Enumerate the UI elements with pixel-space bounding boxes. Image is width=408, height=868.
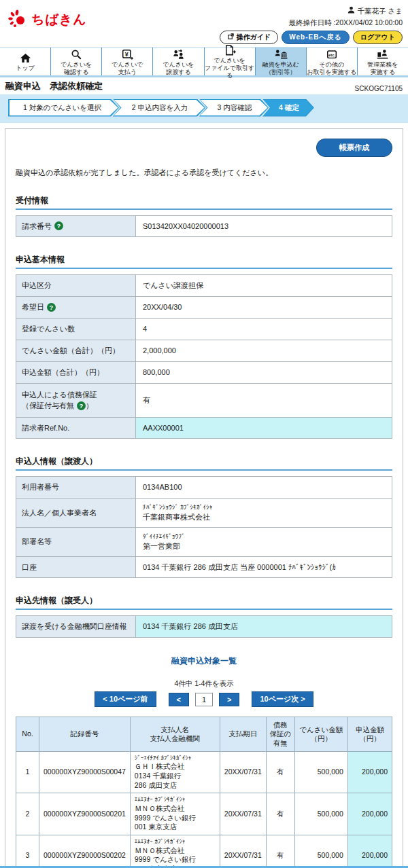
transferee-account-value: 0134 千葉銀行 286 成田支店 (136, 616, 392, 637)
col-payer: 支払人名支払人金融機関 (130, 717, 220, 751)
file-trade-icon (223, 44, 236, 56)
col-record-number: 記録番号 (39, 717, 131, 751)
apply-total-value: 800,000 (136, 362, 392, 383)
help-icon[interactable]: ? (77, 401, 86, 410)
row-densai-total: でんさい金額（合計）（円） 2,000,000 (16, 340, 392, 362)
nav-item-top[interactable]: トップ (0, 48, 50, 75)
row-hope-date: 希望日? 20XX/04/30 (16, 296, 392, 319)
row-apply-total: 申込金額（合計）（円） 800,000 (16, 361, 392, 384)
row-transferee-account: 譲渡を受ける金融機関口座情報 0134 千葉銀行 286 成田支店 (16, 615, 392, 638)
col-no: No. (16, 717, 39, 751)
densai-count-value: 4 (136, 319, 392, 340)
nav-item-other-trades[interactable]: etc. その他のお取引を実施する (306, 48, 357, 75)
svg-text:¥: ¥ (125, 50, 129, 57)
hope-date-value: 20XX/04/30 (136, 297, 392, 318)
main-nav: トップ でんさいを確認する ¥ でんさいで支払う でんさいを譲渡する でんさいを… (0, 47, 408, 77)
row-guarantee: 申込人による債務保証 （保証付与有無?） 有 (16, 383, 392, 418)
col-guarantee: 債務保証の有無 (266, 717, 294, 751)
step-indicator: 1 対象のでんさいを選択 2 申込内容を入力 3 内容確認 4 確定 (0, 94, 408, 123)
col-densai-amount: でんさい金額（円） (294, 717, 347, 751)
app-header: ちばきん 千葉花子 さま 最終操作日時 :20XX/04/02 10:00:00… (0, 0, 408, 47)
next-10-pages-button[interactable]: 10ページ次 > (252, 691, 313, 707)
help-icon[interactable]: ? (54, 221, 63, 230)
logout-button[interactable]: ログアウト (353, 31, 403, 44)
admin-icon (376, 48, 389, 60)
prev-page-button[interactable]: < (169, 693, 189, 706)
table-header-row: No. 記録番号 支払人名支払人金融機関 支払期日 債務保証の有無 でんさい金額… (16, 717, 392, 751)
last-operation-datetime: 最終操作日時 :20XX/04/02 10:00:00 (220, 18, 403, 29)
transfer-people-icon (172, 48, 185, 60)
step-4-fixed: 4 確定 (262, 99, 314, 117)
chibagin-flower-icon (7, 8, 27, 31)
next-page-button[interactable]: > (219, 693, 239, 706)
completion-message: 融資申込の承認依頼が完了しました。承認者による承認を受けてください。 (16, 168, 392, 178)
table-row: 1 000000XYZ90000S00047 ｼﾞｰｴｲﾁｱｲ ｶﾌﾞｼｷｶﾞｲ… (16, 751, 392, 793)
etc-icon: etc. (326, 48, 338, 60)
report-create-button-top[interactable]: 帳票作成 (316, 139, 392, 157)
section-basic-heading: 申込基本情報 (16, 254, 392, 269)
step-1-select-densai: 1 対象のでんさいを選択 (8, 99, 119, 117)
section-applyee-heading: 申込先情報（譲受人） (16, 595, 392, 610)
external-link-icon (227, 33, 235, 41)
row-user-number: 利用者番号 0134AB100 (16, 476, 392, 499)
nav-item-transfer-densai[interactable]: でんさいを譲渡する (152, 48, 203, 75)
step-3-confirm: 3 内容確認 (199, 99, 269, 117)
prev-10-pages-button[interactable]: < 10ページ前 (95, 691, 156, 707)
loan-target-list-title: 融資申込対象一覧 (16, 655, 392, 667)
guarantee-value: 有 (136, 384, 392, 417)
pagination-top: < 10ページ前 < 1 > 10ページ次 > (16, 691, 392, 707)
step-2-input: 2 申込内容を入力 (113, 99, 205, 117)
row-request-number: 請求番号? S013420XX04020000013 (16, 215, 392, 238)
home-icon (19, 52, 32, 64)
bank-logo[interactable]: ちばきん (7, 8, 87, 31)
table-row: 3 000000XYZ90000S00202 ｴﾑｴﾇｵｰ ｶﾌﾞｼｷｶﾞｲｼｬ… (16, 835, 392, 868)
result-count: 4件中 1-4件を表示 (16, 679, 392, 689)
corporate-name-value: ﾁﾊﾞｷﾞﾝｼｮｳｼﾞ ｶﾌﾞｼｷｶﾞｲｼｬ 千葉銀商事株式会社 (136, 499, 392, 527)
page-title: 融資申込 承認依頼確定 (5, 80, 103, 92)
row-department: 部署名等 ﾀﾞｲｲﾁｴｲｷﾞｮｳﾌﾞ 第一営業部 (16, 527, 392, 557)
nav-item-apply-loan[interactable]: 融資を申込む（割引等） (255, 48, 306, 75)
current-page-indicator: 1 (195, 693, 213, 706)
help-icon[interactable]: ? (47, 303, 56, 312)
row-ref-no: 請求者Ref.No. AAXX00001 (16, 417, 392, 439)
request-number-value: S013420XX04020000013 (136, 216, 392, 237)
bank-logo-text: ちばきん (31, 11, 87, 29)
nav-item-confirm-densai[interactable]: でんさいを確認する (50, 48, 101, 75)
search-icon (70, 48, 82, 60)
user-icon (347, 5, 356, 18)
loan-bank-icon (274, 48, 288, 60)
department-value: ﾀﾞｲｲﾁｴｲｷﾞｮｳﾌﾞ 第一営業部 (136, 528, 392, 556)
user-number-value: 0134AB100 (136, 477, 392, 498)
svg-text:etc.: etc. (328, 52, 335, 56)
row-corporate-name: 法人名／個人事業者名 ﾁﾊﾞｷﾞﾝｼｮｳｼﾞ ｶﾌﾞｼｷｶﾞｲｼｬ 千葉銀商事株… (16, 498, 392, 528)
nav-item-pay-densai[interactable]: ¥ でんさいで支払う (101, 48, 152, 75)
row-apply-category: 申込区分 でんさい譲渡担保 (16, 274, 392, 297)
main-content: 帳票作成 融資申込の承認依頼が完了しました。承認者による承認を受けてください。 … (5, 128, 403, 868)
operation-guide-button[interactable]: 操作ガイド (220, 31, 279, 44)
web-eb-back-button[interactable]: Web-EBへ戻る (282, 31, 350, 44)
screen-code: SCKOGC71105 (355, 85, 403, 92)
row-account: 口座 0134 千葉銀行 286 成田支店 当座 0000001 ﾁﾊﾞｷﾞﾝｼ… (16, 556, 392, 579)
yen-pay-icon: ¥ (121, 48, 133, 60)
col-due-date: 支払期日 (220, 717, 266, 751)
account-value: 0134 千葉銀行 286 成田支店 当座 0000001 ﾁﾊﾞｷﾞﾝｼｮｳｼ… (136, 557, 392, 578)
table-row: 2 000000XYZ90000S00201 ｴﾑｴﾇｵｰ ｶﾌﾞｼｷｶﾞｲｼｬ… (16, 793, 392, 835)
apply-category-value: でんさい譲渡担保 (136, 275, 392, 296)
col-apply-amount: 申込金額（円） (347, 717, 392, 751)
loan-target-table: No. 記録番号 支払人名支払人金融機関 支払期日 債務保証の有無 でんさい金額… (16, 717, 392, 868)
section-applicant-heading: 申込人情報（譲渡人） (16, 456, 392, 471)
section-reception-heading: 受付情報 (16, 195, 392, 210)
user-name: 千葉花子 さま (220, 5, 403, 18)
nav-item-admin-tasks[interactable]: 管理業務を実施する (357, 48, 408, 75)
row-densai-count: 登録でんさい数 4 (16, 318, 392, 340)
nav-item-file-trade[interactable]: でんさいをファイルで取引する (204, 48, 255, 75)
ref-no-value: AAXX00001 (136, 418, 392, 439)
densai-total-value: 2,000,000 (136, 340, 392, 361)
